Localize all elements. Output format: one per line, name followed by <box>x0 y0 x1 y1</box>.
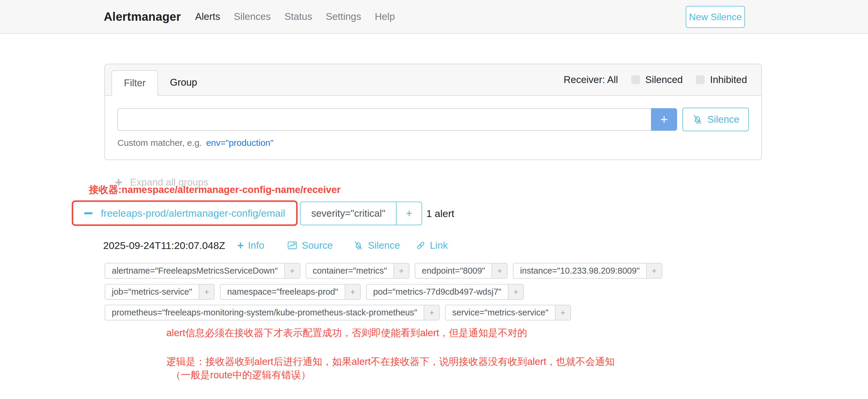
annotation-receiver-note: 接收器:namespace/altermanager-config-name/r… <box>89 183 341 196</box>
tab-group[interactable]: Group <box>158 70 209 95</box>
source-label: Source <box>302 240 333 251</box>
add-filter-button[interactable]: + <box>647 263 662 279</box>
label-text[interactable]: service="metrics-service" <box>445 305 555 320</box>
link-label: Link <box>430 240 448 251</box>
chart-icon <box>287 240 298 251</box>
label-text[interactable]: prometheus="freeleaps-monitoring-system/… <box>105 305 424 320</box>
info-label: Info <box>248 240 264 251</box>
receiver-group-button[interactable]: freeleaps-prod/alertmanager-config/email <box>72 201 298 226</box>
group-matcher-chip: severity="critical" + <box>300 202 422 225</box>
add-filter-button[interactable]: + <box>508 284 524 300</box>
nav-item-alerts[interactable]: Alerts <box>195 11 220 22</box>
add-filter-button[interactable]: + <box>492 263 507 279</box>
custom-matcher-hint: Custom matcher, e.g. <box>117 138 202 148</box>
annotation-logic-note-2: （一般是route中的逻辑有错误） <box>171 368 311 382</box>
label-text[interactable]: namespace="freeleaps-prod" <box>220 284 345 300</box>
silence-action-link[interactable]: Silence <box>353 239 400 252</box>
alertmanager-page: Alertmanager Alerts Silences Status Sett… <box>0 0 868 399</box>
nav-item-settings[interactable]: Settings <box>326 11 361 22</box>
hint-row: Custom matcher, e.g. env="production" <box>117 138 749 148</box>
plus-icon: + <box>237 240 244 251</box>
alert-labels-row-2: job="metrics-service" + namespace="freel… <box>105 284 524 300</box>
annotation-logic-note-1: 逻辑是：接收器收到alert后进行通知，如果alert不在接收器下，说明接收器没… <box>166 355 615 368</box>
label-chip-container: container="metrics" + <box>306 263 409 279</box>
label-text[interactable]: pod="metrics-77d9cdb497-wdsj7" <box>366 284 508 300</box>
label-text[interactable]: container="metrics" <box>306 263 394 279</box>
silence-from-filter-button[interactable]: Silence <box>682 108 749 131</box>
silence-button-label: Silence <box>707 114 739 125</box>
label-text[interactable]: instance="10.233.98.209:8009" <box>513 263 647 279</box>
label-text[interactable]: endpoint="8009" <box>415 263 492 279</box>
bell-slash-icon <box>353 240 364 251</box>
link-icon <box>415 240 426 250</box>
add-filter-button[interactable]: + <box>556 305 571 320</box>
label-chip-alertname: alertname="FreeleapsMetricsServiceDown" … <box>105 263 300 279</box>
source-action-link[interactable]: Source <box>287 239 333 252</box>
label-chip-instance: instance="10.233.98.209:8009" + <box>513 263 662 279</box>
add-filter-button[interactable]: + <box>199 284 215 300</box>
add-filter-button[interactable]: + <box>345 284 361 300</box>
receiver-group-name: freeleaps-prod/alertmanager-config/email <box>101 208 285 219</box>
label-text[interactable]: alertname="FreeleapsMetricsServiceDown" <box>105 263 285 279</box>
navbar: Alertmanager Alerts Silences Status Sett… <box>0 0 868 34</box>
nav-item-help[interactable]: Help <box>375 11 395 22</box>
alert-count: 1 alert <box>426 202 455 225</box>
label-chip-prometheus: prometheus="freeleaps-monitoring-system/… <box>105 305 440 320</box>
inhibited-checkbox-item[interactable]: Inhibited <box>696 74 747 85</box>
receiver-filter-label[interactable]: Receiver: All <box>563 74 618 85</box>
add-filter-button[interactable]: + <box>424 305 440 320</box>
brand-link[interactable]: Alertmanager <box>104 10 181 23</box>
label-chip-endpoint: endpoint="8009" + <box>415 263 507 279</box>
silenced-label: Silenced <box>645 74 683 85</box>
minus-icon <box>84 212 92 214</box>
label-text[interactable]: job="metrics-service" <box>105 284 199 300</box>
inhibited-checkbox[interactable] <box>696 75 705 84</box>
alert-timestamp: 2025-09-24T11:20:07.048Z <box>103 239 225 252</box>
matcher-input[interactable] <box>117 108 651 131</box>
alert-labels-row-1: alertname="FreeleapsMetricsServiceDown" … <box>105 263 662 279</box>
matcher-row: + Silence <box>117 108 749 131</box>
filter-card-header: Filter Group Receiver: All Silenced Inhi… <box>105 64 761 96</box>
inhibited-label: Inhibited <box>710 74 747 85</box>
silence-label: Silence <box>368 240 400 251</box>
matcher-example-link[interactable]: env="production" <box>206 138 273 148</box>
label-chip-pod: pod="metrics-77d9cdb497-wdsj7" + <box>366 284 524 300</box>
group-matcher-add-button[interactable]: + <box>397 202 422 225</box>
tab-filter[interactable]: Filter <box>112 70 158 96</box>
nav-items: Alerts Silences Status Settings Help <box>195 11 395 22</box>
silenced-checkbox-item[interactable]: Silenced <box>631 74 683 85</box>
add-filter-button[interactable]: + <box>285 263 300 279</box>
filter-card: Filter Group Receiver: All Silenced Inhi… <box>104 64 762 160</box>
link-action-link[interactable]: Link <box>415 239 448 252</box>
label-chip-service: service="metrics-service" + <box>445 305 571 320</box>
add-matcher-button[interactable]: + <box>651 108 677 131</box>
alert-labels-row-3: prometheus="freeleaps-monitoring-system/… <box>105 305 571 320</box>
nav-item-status[interactable]: Status <box>284 11 312 22</box>
add-filter-button[interactable]: + <box>394 263 409 279</box>
label-chip-namespace: namespace="freeleaps-prod" + <box>220 284 361 300</box>
filter-card-body: + Silence Custom matcher, e.g. env="prod… <box>105 96 761 148</box>
info-action-link[interactable]: + Info <box>237 239 264 252</box>
label-chip-job: job="metrics-service" + <box>105 284 215 300</box>
silenced-checkbox[interactable] <box>631 75 640 84</box>
matcher-input-group: + <box>117 108 677 131</box>
nav-item-silences[interactable]: Silences <box>234 11 271 22</box>
bell-slash-icon <box>692 114 703 125</box>
filter-options: Receiver: All Silenced Inhibited <box>563 74 747 85</box>
annotation-alert-note: alert信息必须在接收器下才表示配置成功，否则即使能看到alert，但是通知是… <box>166 326 527 340</box>
group-matcher-label[interactable]: severity="critical" <box>301 202 397 225</box>
new-silence-button[interactable]: New Silence <box>686 6 745 28</box>
